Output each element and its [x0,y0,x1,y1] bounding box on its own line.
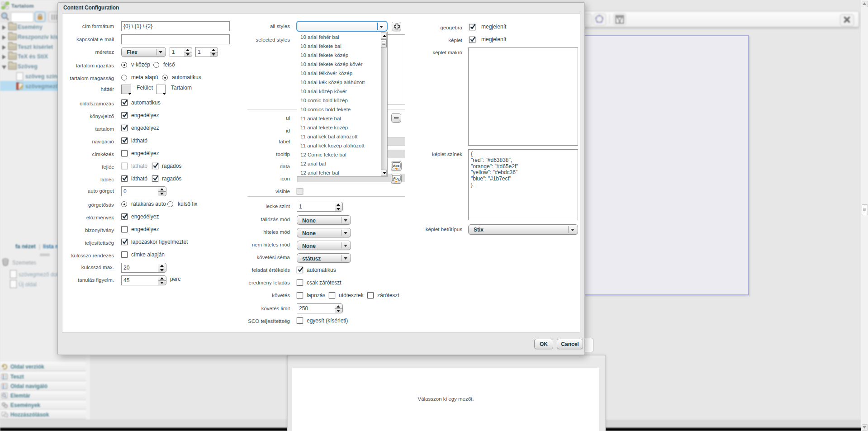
svg-text:Abc: Abc [393,176,400,180]
svg-text:Abc: Abc [393,164,400,168]
